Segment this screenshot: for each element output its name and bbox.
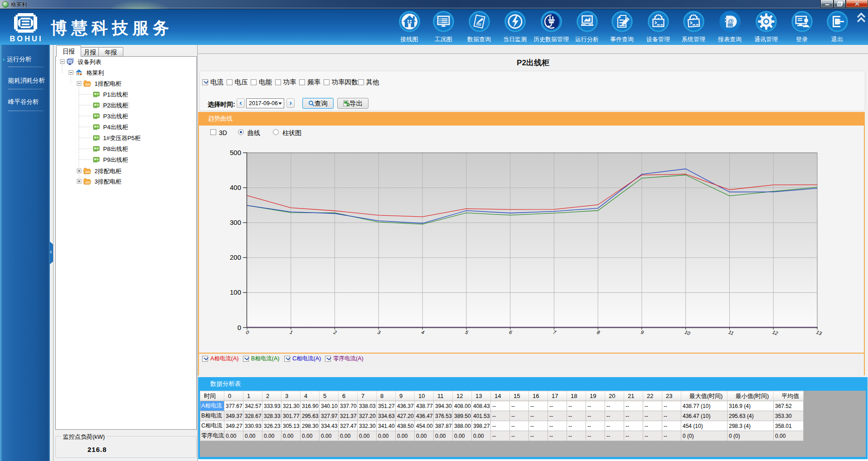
svg-text:400: 400 <box>230 184 241 191</box>
svg-text:@: @ <box>727 18 733 24</box>
svg-text:2: 2 <box>333 329 337 335</box>
svg-text:6: 6 <box>509 329 513 335</box>
svg-text:11: 11 <box>728 329 735 336</box>
svg-text:0: 0 <box>238 324 241 331</box>
svg-text:200: 200 <box>230 253 241 261</box>
svg-text:13: 13 <box>815 329 823 336</box>
svg-text:0: 0 <box>245 329 250 335</box>
svg-text:12: 12 <box>771 329 778 336</box>
svg-text:500: 500 <box>230 149 241 156</box>
svg-text:3: 3 <box>377 329 381 335</box>
svg-text:9: 9 <box>640 329 645 335</box>
svg-text:7: 7 <box>553 329 557 335</box>
svg-text:100: 100 <box>230 288 241 296</box>
svg-text:1: 1 <box>289 329 294 335</box>
svg-text:10: 10 <box>684 329 691 336</box>
svg-text:300: 300 <box>230 218 241 226</box>
svg-text:5: 5 <box>465 329 469 335</box>
svg-text:4: 4 <box>421 329 425 335</box>
svg-text:8: 8 <box>596 329 601 335</box>
